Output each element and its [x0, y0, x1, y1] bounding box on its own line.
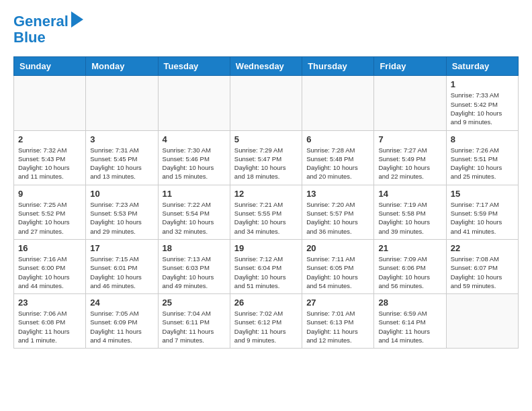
- day-info: Sunrise: 7:31 AM Sunset: 5:45 PM Dayligh…: [90, 146, 153, 181]
- day-info: Sunrise: 7:21 AM Sunset: 5:55 PM Dayligh…: [234, 200, 298, 236]
- day-number: 1: [451, 79, 514, 89]
- calendar-cell: 14Sunrise: 7:19 AM Sunset: 5:58 PM Dayli…: [374, 185, 446, 239]
- weekday-header-monday: Monday: [86, 57, 158, 76]
- calendar-cell: 25Sunrise: 7:04 AM Sunset: 6:11 PM Dayli…: [158, 294, 230, 349]
- day-number: 3: [90, 134, 153, 144]
- calendar-cell: 27Sunrise: 7:01 AM Sunset: 6:13 PM Dayli…: [302, 294, 374, 349]
- calendar-cell: 9Sunrise: 7:25 AM Sunset: 5:52 PM Daylig…: [14, 185, 86, 239]
- day-info: Sunrise: 7:32 AM Sunset: 5:43 PM Dayligh…: [18, 146, 81, 181]
- day-number: 11: [163, 189, 226, 199]
- day-info: Sunrise: 7:25 AM Sunset: 5:52 PM Dayligh…: [18, 200, 81, 236]
- calendar-cell: 12Sunrise: 7:21 AM Sunset: 5:55 PM Dayli…: [230, 185, 302, 239]
- weekday-header-thursday: Thursday: [302, 57, 374, 76]
- day-info: Sunrise: 7:08 AM Sunset: 6:07 PM Dayligh…: [451, 255, 514, 290]
- day-number: 23: [18, 298, 81, 308]
- day-number: 28: [378, 298, 441, 308]
- day-number: 8: [451, 134, 514, 144]
- calendar-cell: 1Sunrise: 7:33 AM Sunset: 5:42 PM Daylig…: [446, 76, 518, 130]
- calendar-cell: 16Sunrise: 7:16 AM Sunset: 6:00 PM Dayli…: [14, 239, 86, 293]
- day-info: Sunrise: 7:04 AM Sunset: 6:11 PM Dayligh…: [163, 309, 226, 345]
- day-info: Sunrise: 7:29 AM Sunset: 5:47 PM Dayligh…: [234, 146, 298, 181]
- calendar-cell: 2Sunrise: 7:32 AM Sunset: 5:43 PM Daylig…: [14, 130, 86, 185]
- day-info: Sunrise: 7:33 AM Sunset: 5:42 PM Dayligh…: [451, 91, 514, 126]
- day-number: 17: [90, 243, 153, 253]
- calendar-cell: 5Sunrise: 7:29 AM Sunset: 5:47 PM Daylig…: [230, 130, 302, 185]
- day-info: Sunrise: 7:17 AM Sunset: 5:59 PM Dayligh…: [451, 200, 514, 236]
- calendar-cell: [14, 76, 86, 130]
- day-number: 19: [234, 243, 298, 253]
- calendar-cell: 26Sunrise: 7:02 AM Sunset: 6:12 PM Dayli…: [230, 294, 302, 349]
- day-info: Sunrise: 7:26 AM Sunset: 5:51 PM Dayligh…: [451, 146, 514, 181]
- calendar-cell: 20Sunrise: 7:11 AM Sunset: 6:05 PM Dayli…: [302, 239, 374, 293]
- day-number: 4: [163, 134, 226, 144]
- day-info: Sunrise: 7:13 AM Sunset: 6:03 PM Dayligh…: [163, 255, 226, 290]
- logo-blue: Blue: [13, 30, 46, 46]
- calendar-cell: 6Sunrise: 7:28 AM Sunset: 5:48 PM Daylig…: [302, 130, 374, 185]
- day-number: 7: [378, 134, 441, 144]
- day-number: 9: [18, 189, 81, 199]
- calendar-cell: 7Sunrise: 7:27 AM Sunset: 5:49 PM Daylig…: [374, 130, 446, 185]
- weekday-header-sunday: Sunday: [14, 57, 86, 76]
- calendar-cell: [446, 294, 518, 349]
- day-info: Sunrise: 7:11 AM Sunset: 6:05 PM Dayligh…: [306, 255, 369, 290]
- calendar-cell: 15Sunrise: 7:17 AM Sunset: 5:59 PM Dayli…: [446, 185, 518, 239]
- calendar-cell: 8Sunrise: 7:26 AM Sunset: 5:51 PM Daylig…: [446, 130, 518, 185]
- calendar-cell: [230, 76, 302, 130]
- calendar-cell: [158, 76, 230, 130]
- day-info: Sunrise: 7:05 AM Sunset: 6:09 PM Dayligh…: [90, 309, 153, 345]
- day-number: 15: [451, 189, 514, 199]
- day-info: Sunrise: 6:59 AM Sunset: 6:14 PM Dayligh…: [378, 309, 441, 345]
- day-number: 12: [234, 189, 298, 199]
- calendar-cell: 18Sunrise: 7:13 AM Sunset: 6:03 PM Dayli…: [158, 239, 230, 293]
- calendar-cell: 3Sunrise: 7:31 AM Sunset: 5:45 PM Daylig…: [86, 130, 158, 185]
- calendar-cell: 11Sunrise: 7:22 AM Sunset: 5:54 PM Dayli…: [158, 185, 230, 239]
- day-number: 25: [163, 298, 226, 308]
- day-info: Sunrise: 7:09 AM Sunset: 6:06 PM Dayligh…: [378, 255, 441, 290]
- calendar: SundayMondayTuesdayWednesdayThursdayFrid…: [13, 56, 519, 349]
- day-number: 14: [378, 189, 441, 199]
- calendar-cell: 17Sunrise: 7:15 AM Sunset: 6:01 PM Dayli…: [86, 239, 158, 293]
- day-info: Sunrise: 7:20 AM Sunset: 5:57 PM Dayligh…: [306, 200, 369, 236]
- day-info: Sunrise: 7:15 AM Sunset: 6:01 PM Dayligh…: [90, 255, 153, 290]
- weekday-header-tuesday: Tuesday: [158, 57, 230, 76]
- calendar-cell: 21Sunrise: 7:09 AM Sunset: 6:06 PM Dayli…: [374, 239, 446, 293]
- day-number: 10: [90, 189, 153, 199]
- day-info: Sunrise: 7:06 AM Sunset: 6:08 PM Dayligh…: [18, 309, 81, 345]
- day-info: Sunrise: 7:16 AM Sunset: 6:00 PM Dayligh…: [18, 255, 81, 290]
- calendar-cell: 23Sunrise: 7:06 AM Sunset: 6:08 PM Dayli…: [14, 294, 86, 349]
- logo: General Blue: [13, 13, 83, 46]
- day-number: 20: [306, 243, 369, 253]
- logo-arrow-icon: [71, 11, 83, 28]
- day-info: Sunrise: 7:01 AM Sunset: 6:13 PM Dayligh…: [306, 309, 369, 345]
- day-info: Sunrise: 7:22 AM Sunset: 5:54 PM Dayligh…: [163, 200, 226, 236]
- calendar-cell: 28Sunrise: 6:59 AM Sunset: 6:14 PM Dayli…: [374, 294, 446, 349]
- day-info: Sunrise: 7:27 AM Sunset: 5:49 PM Dayligh…: [378, 146, 441, 181]
- day-info: Sunrise: 7:02 AM Sunset: 6:12 PM Dayligh…: [234, 309, 298, 345]
- logo-text: General: [13, 13, 69, 30]
- day-number: 27: [306, 298, 369, 308]
- day-number: 22: [451, 243, 514, 253]
- calendar-cell: 13Sunrise: 7:20 AM Sunset: 5:57 PM Dayli…: [302, 185, 374, 239]
- day-info: Sunrise: 7:19 AM Sunset: 5:58 PM Dayligh…: [378, 200, 441, 236]
- weekday-header-wednesday: Wednesday: [230, 57, 302, 76]
- calendar-cell: 10Sunrise: 7:23 AM Sunset: 5:53 PM Dayli…: [86, 185, 158, 239]
- calendar-cell: 22Sunrise: 7:08 AM Sunset: 6:07 PM Dayli…: [446, 239, 518, 293]
- day-number: 2: [18, 134, 81, 144]
- day-number: 26: [234, 298, 298, 308]
- weekday-header-saturday: Saturday: [446, 57, 518, 76]
- day-info: Sunrise: 7:28 AM Sunset: 5:48 PM Dayligh…: [306, 146, 369, 181]
- day-number: 18: [163, 243, 226, 253]
- calendar-cell: 4Sunrise: 7:30 AM Sunset: 5:46 PM Daylig…: [158, 130, 230, 185]
- day-info: Sunrise: 7:12 AM Sunset: 6:04 PM Dayligh…: [234, 255, 298, 290]
- calendar-cell: 24Sunrise: 7:05 AM Sunset: 6:09 PM Dayli…: [86, 294, 158, 349]
- day-number: 16: [18, 243, 81, 253]
- day-number: 5: [234, 134, 298, 144]
- calendar-cell: [86, 76, 158, 130]
- day-number: 13: [306, 189, 369, 199]
- calendar-cell: 19Sunrise: 7:12 AM Sunset: 6:04 PM Dayli…: [230, 239, 302, 293]
- day-number: 21: [378, 243, 441, 253]
- calendar-cell: [302, 76, 374, 130]
- day-number: 6: [306, 134, 369, 144]
- day-number: 24: [90, 298, 153, 308]
- weekday-header-friday: Friday: [374, 57, 446, 76]
